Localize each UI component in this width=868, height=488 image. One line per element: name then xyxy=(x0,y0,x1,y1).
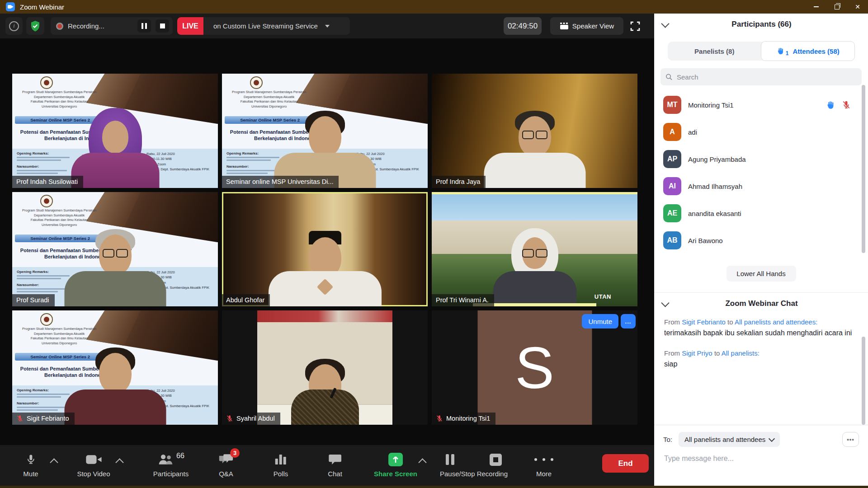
participant-row[interactable]: AP Agung Priyambada xyxy=(654,145,868,173)
university-logo xyxy=(40,76,53,89)
video-tile: Prof Indra Jaya xyxy=(432,74,637,188)
close-button[interactable]: ✕ xyxy=(847,0,868,14)
highlight-strip xyxy=(432,192,637,194)
polls-button[interactable]: Polls xyxy=(274,445,288,486)
search-icon xyxy=(665,73,672,80)
unmute-participant-button[interactable]: Unmute xyxy=(582,314,618,328)
lower-all-hands-button[interactable]: Lower All Hands xyxy=(726,266,796,282)
video-options-chevron[interactable] xyxy=(115,458,123,466)
poster-org-lines: Program Studi Manajemen Sumberdaya Perai… xyxy=(14,90,104,109)
info-icon: i xyxy=(9,21,19,31)
stop-video-button[interactable]: Stop Video xyxy=(77,445,110,486)
glasses-shape xyxy=(102,249,129,256)
person-shape xyxy=(71,153,159,188)
participant-video-person xyxy=(478,109,591,188)
search-input[interactable] xyxy=(676,73,857,81)
chat-header: Zoom Webinar Chat xyxy=(654,293,868,314)
mute-button[interactable]: Mute xyxy=(23,445,38,486)
chat-scrollbar[interactable] xyxy=(862,337,865,425)
muted-mic-icon xyxy=(16,415,24,422)
tab-panelists[interactable]: Panelists (8) xyxy=(668,42,761,61)
live-service-label: on Custom Live Streaming Service xyxy=(213,22,318,30)
window-title: Zoom Webinar xyxy=(20,3,64,11)
chat-sender[interactable]: Sigit Febrianto xyxy=(682,318,726,326)
share-screen-button[interactable]: Share Screen xyxy=(374,445,417,486)
pause-recording-button[interactable] xyxy=(137,19,151,33)
participants-panel-header: Participants (66) xyxy=(654,14,868,35)
video-tile: Syahril Abdul xyxy=(222,310,428,425)
avatar: MT xyxy=(663,96,681,114)
participant-row[interactable]: AB Ari Bawono xyxy=(654,227,868,254)
restore-button[interactable] xyxy=(826,0,847,14)
chat-recipient[interactable]: All panelists and attendees: xyxy=(735,318,817,326)
chat-recipient[interactable]: All panelists: xyxy=(722,349,760,357)
camera-icon xyxy=(85,455,102,465)
participant-name-label: Seminar online MSP Universitas Di... xyxy=(222,176,339,188)
security-button[interactable] xyxy=(26,17,44,35)
chat-button[interactable]: Chat xyxy=(328,445,342,486)
to-label: To: xyxy=(663,436,672,443)
participants-count: 66 xyxy=(176,452,184,460)
glasses-shape xyxy=(521,131,548,138)
chat-composer: To: All panelists and attendees ••• xyxy=(654,425,868,483)
chevron-down-icon[interactable] xyxy=(325,25,330,28)
recording-label: Recording... xyxy=(68,22,133,30)
poster-org-lines: Program Studi Manajemen Sumberdaya Perai… xyxy=(224,90,314,109)
share-screen-icon xyxy=(388,453,403,466)
video-tile: Program Studi Manajemen Sumberdaya Perai… xyxy=(12,192,218,306)
chat-message: From Sigit Febrianto to All panelists an… xyxy=(664,318,858,338)
more-button[interactable]: More xyxy=(533,445,555,486)
chat-message-input[interactable] xyxy=(663,454,861,463)
zoom-webinar-window: Zoom Webinar ✕ i Recording... LIVE on Cu… xyxy=(0,0,868,488)
stop-recording-button[interactable] xyxy=(156,19,169,33)
speaker-view-button[interactable]: Speaker View xyxy=(550,17,623,35)
live-stream-indicator[interactable]: LIVE on Custom Live Streaming Service xyxy=(177,17,350,35)
tile-more-options-button[interactable]: ... xyxy=(621,314,636,328)
pause-stop-recording-button[interactable]: Pause/Stop Recording xyxy=(420,445,528,486)
more-dots-icon xyxy=(533,450,555,469)
muted-mic-icon xyxy=(842,100,851,109)
end-meeting-button[interactable]: End xyxy=(602,454,649,473)
participant-video-person xyxy=(59,346,172,425)
participant-name-label: Prof Suradi xyxy=(12,294,55,306)
recipient-dropdown[interactable]: All panelists and attendees xyxy=(679,432,780,447)
chat-message: From Sigit Priyo to All panelists: siap xyxy=(664,349,858,370)
participant-name-label: Monitoring Tsi1 xyxy=(432,413,495,425)
avatar-card: S xyxy=(477,310,592,425)
pause-icon[interactable] xyxy=(446,454,454,465)
qa-button[interactable]: 3 Q&A xyxy=(218,445,234,486)
chat-message-body: terimakasih bapak ibu sekalian sudah men… xyxy=(664,328,858,338)
chat-more-options-button[interactable]: ••• xyxy=(842,432,859,447)
fullscreen-button[interactable] xyxy=(627,19,643,33)
pillarboxed-video xyxy=(257,310,392,425)
chevron-down-icon xyxy=(769,435,775,441)
raised-hand-count: 1 xyxy=(786,50,789,56)
participants-icon xyxy=(157,454,174,465)
person-shape xyxy=(291,389,359,425)
participants-scrollbar[interactable] xyxy=(862,85,865,253)
participant-row[interactable]: AI Ahmad Ilhamsyah xyxy=(654,173,868,200)
person-shape xyxy=(64,389,166,425)
chat-sender[interactable]: Sigit Priyo xyxy=(682,349,712,357)
mic-icon xyxy=(25,453,36,466)
video-tile: Program Studi Manajemen Sumberdaya Perai… xyxy=(12,74,218,188)
recording-indicator: Recording... xyxy=(51,17,173,35)
stop-icon[interactable] xyxy=(490,454,502,466)
meeting-info-button[interactable]: i xyxy=(5,17,23,35)
participant-name-label: Abdul Ghofar xyxy=(222,294,270,306)
tab-attendees[interactable]: 1 Attendees (58) xyxy=(761,41,855,61)
participant-row[interactable]: A adi xyxy=(654,118,868,145)
participant-row[interactable]: MT Monitoring Tsi1 xyxy=(654,91,868,118)
raised-hand-icon xyxy=(776,47,784,55)
participants-button[interactable]: 66 Participants xyxy=(153,445,189,486)
minimize-button[interactable] xyxy=(806,0,826,14)
participant-video-person xyxy=(478,227,591,306)
audio-options-chevron[interactable] xyxy=(50,458,58,466)
participant-row[interactable]: AE anandita ekasanti xyxy=(654,200,868,227)
curtain-shape xyxy=(257,310,392,322)
person-shape xyxy=(309,116,341,157)
chat-bubble-icon xyxy=(328,454,342,465)
university-logo xyxy=(40,313,53,326)
view-grid-icon xyxy=(560,22,569,30)
participant-name-label: Prof Indra Jaya xyxy=(432,176,486,188)
